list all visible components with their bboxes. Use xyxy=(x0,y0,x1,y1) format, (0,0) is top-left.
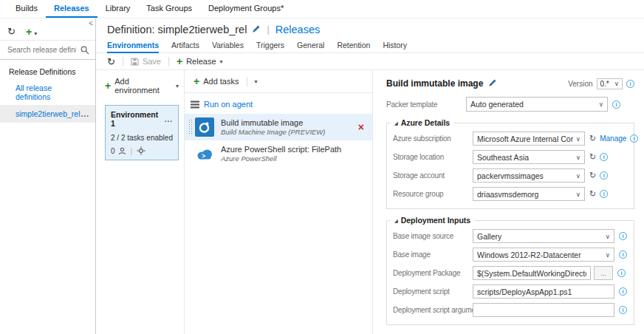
deployment-script-input[interactable] xyxy=(473,284,614,299)
info-icon[interactable]: i xyxy=(619,287,627,296)
dropdown-value: Auto generated xyxy=(470,100,524,109)
save-label: Save xyxy=(143,57,161,66)
section-azure-details: ◢ Azure Details Azure subscription Micro… xyxy=(386,123,634,209)
approvals-count: 0 xyxy=(111,147,115,155)
selected-definition-label: simple2tierweb_rel xyxy=(16,109,80,118)
add-tasks-label: Add tasks xyxy=(203,77,239,86)
manage-link[interactable]: Manage xyxy=(600,134,626,143)
tab-variables[interactable]: Variables xyxy=(212,38,244,53)
release-label: Release xyxy=(186,57,216,66)
chevron-down-icon: ∨ xyxy=(606,233,610,240)
section-deployment-inputs: ◢ Deployment Inputs Base image source Ga… xyxy=(386,220,634,325)
nav-builds[interactable]: Builds xyxy=(7,0,46,18)
base-image-dropdown[interactable]: Windows 2012-R2-Datacenter ∨ xyxy=(473,248,614,262)
dropdown-value: Microsoft Azure Internal Consumption (fa… xyxy=(477,134,573,143)
create-release-button[interactable]: + Release ▾ xyxy=(177,55,223,67)
deployment-package-input[interactable] xyxy=(473,266,591,280)
environment-card[interactable]: Environment 1 ... 2 / 2 tasks enabled 0 … xyxy=(105,105,179,160)
search-row xyxy=(0,41,95,60)
command-bar: ↻ Save + Release ▾ xyxy=(96,53,644,70)
run-on-agent-header[interactable]: Run on agent xyxy=(185,93,372,114)
refresh-icon[interactable]: ↻ xyxy=(107,56,115,67)
task-item-azure-powershell[interactable]: > Azure PowerShell script: FilePath Azur… xyxy=(185,140,372,167)
info-icon[interactable]: i xyxy=(619,306,627,314)
storage-location-dropdown[interactable]: Southeast Asia ∨ xyxy=(473,150,585,164)
tab-history[interactable]: History xyxy=(383,38,407,53)
ellipsis-menu-icon[interactable]: ... xyxy=(165,115,173,123)
tab-artifacts[interactable]: Artifacts xyxy=(171,38,199,53)
task-title: Azure PowerShell script: FilePath xyxy=(221,145,369,154)
refresh-icon[interactable]: ↻ xyxy=(589,171,596,180)
tab-triggers[interactable]: Triggers xyxy=(256,38,284,53)
refresh-icon[interactable]: ↻ xyxy=(7,26,16,37)
info-icon[interactable]: i xyxy=(600,190,608,198)
sidebar-item-selected-definition[interactable]: simple2tierweb_rel ... xyxy=(0,105,95,123)
task-configuration-form: Build immutable image Version 0.* ∨ i xyxy=(373,70,644,334)
info-icon[interactable]: i xyxy=(600,171,608,180)
packer-template-dropdown[interactable]: Auto generated ∨ xyxy=(466,97,608,112)
browse-button[interactable]: ... xyxy=(594,266,613,280)
add-tasks-button[interactable]: + Add tasks xyxy=(193,75,239,87)
save-button[interactable]: Save xyxy=(131,57,161,66)
field-label: Deployment script arguments xyxy=(393,306,473,314)
search-input[interactable] xyxy=(6,45,78,55)
azure-powershell-task-icon: > xyxy=(195,144,214,163)
drag-handle[interactable] xyxy=(188,119,192,135)
info-icon[interactable]: i xyxy=(626,80,634,88)
refresh-icon[interactable]: ↻ xyxy=(589,189,596,199)
section-header-deployment-inputs[interactable]: ◢ Deployment Inputs xyxy=(391,216,474,225)
info-icon[interactable]: i xyxy=(619,232,627,240)
task-item-build-immutable-image[interactable]: Build immutable image Build Machine Imag… xyxy=(185,114,372,140)
sidebar-item-all-release-definitions[interactable]: All release definitions xyxy=(0,80,95,105)
approver-person-icon[interactable] xyxy=(118,147,126,155)
dropdown-value: packervmssimages xyxy=(477,171,544,180)
info-icon[interactable]: i xyxy=(600,153,608,161)
version-dropdown[interactable]: 0.* ∨ xyxy=(597,78,623,89)
section-title: Azure Details xyxy=(401,118,451,127)
nav-deployment-groups[interactable]: Deployment Groups* xyxy=(200,0,292,18)
info-icon[interactable]: i xyxy=(617,269,626,277)
field-label: Deployment script xyxy=(393,287,473,296)
nav-task-groups[interactable]: Task Groups xyxy=(138,0,200,18)
edit-pencil-icon[interactable] xyxy=(252,24,261,35)
chevron-down-icon: ∨ xyxy=(599,100,603,108)
ellipsis-menu-icon[interactable]: ... xyxy=(81,110,89,118)
add-environment-button[interactable]: + Add environment ▾ xyxy=(105,77,179,95)
field-label: Base image source xyxy=(393,232,473,240)
tab-environments[interactable]: Environments xyxy=(107,38,159,53)
storage-account-dropdown[interactable]: packervmssimages ∨ xyxy=(473,168,585,183)
tab-retention[interactable]: Retention xyxy=(337,38,370,53)
nav-library[interactable]: Library xyxy=(97,0,139,18)
dropdown-value: Gallery xyxy=(477,232,501,241)
remove-task-icon[interactable]: × xyxy=(358,121,364,133)
refresh-icon[interactable]: ↻ xyxy=(589,152,596,162)
dropdown-value: Windows 2012-R2-Datacenter xyxy=(477,250,581,259)
field-label: Azure subscription xyxy=(393,134,473,143)
version-control: Version 0.* ∨ i xyxy=(568,78,634,89)
azure-subscription-dropdown[interactable]: Microsoft Azure Internal Consumption (fa… xyxy=(473,132,585,146)
nav-releases[interactable]: Releases xyxy=(46,0,97,18)
releases-link[interactable]: Releases xyxy=(275,24,320,35)
build-machine-image-task-icon xyxy=(195,117,214,137)
azure-subscription-row: Azure subscription Microsoft Azure Inter… xyxy=(393,132,628,146)
deployment-script-arguments-input[interactable] xyxy=(473,303,614,317)
field-label: Base image xyxy=(393,250,473,259)
divider: | xyxy=(131,147,133,155)
new-definition-button[interactable]: + ▾ xyxy=(26,26,37,38)
refresh-icon[interactable]: ↻ xyxy=(589,134,596,143)
packer-template-row: Packer template Auto generated ∨ i xyxy=(386,97,634,112)
sidebar-collapse-icon[interactable]: < xyxy=(89,19,93,27)
base-image-source-dropdown[interactable]: Gallery ∨ xyxy=(473,229,614,243)
info-icon[interactable]: i xyxy=(612,100,620,109)
info-icon[interactable]: i xyxy=(619,250,627,259)
caret-down-icon[interactable]: ▾ xyxy=(255,78,258,85)
storage-location-row: Storage location Southeast Asia ∨ ↻ i xyxy=(393,150,628,164)
section-header-azure-details[interactable]: ◢ Azure Details xyxy=(391,118,453,127)
edit-pencil-icon[interactable] xyxy=(488,78,497,89)
resource-group-dropdown[interactable]: driaasvmsdemorg ∨ xyxy=(473,187,585,201)
info-icon[interactable]: i xyxy=(630,134,638,143)
chevron-down-icon: ∨ xyxy=(576,172,580,180)
deployment-conditions-gear-icon[interactable] xyxy=(137,146,145,155)
tab-general[interactable]: General xyxy=(297,38,324,53)
environment-title: Environment 1 xyxy=(111,110,165,128)
